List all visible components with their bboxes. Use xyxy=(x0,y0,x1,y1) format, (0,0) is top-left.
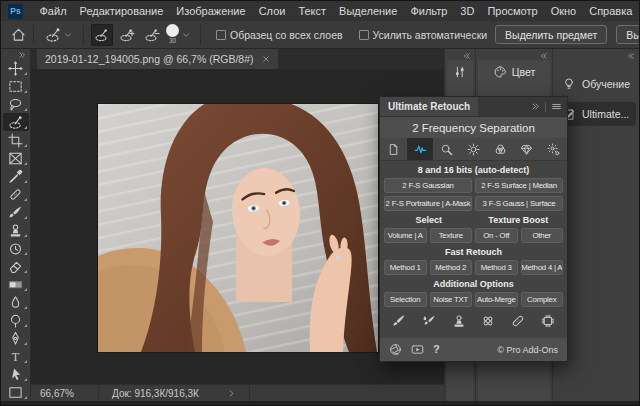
brush-icon[interactable] xyxy=(392,314,406,328)
menu-окно[interactable]: Окно xyxy=(544,1,583,21)
patch-icon[interactable] xyxy=(511,314,525,328)
2-f-s-surface-median-button[interactable]: 2 F-S Surface | Median xyxy=(475,178,563,193)
menu-изображение[interactable]: Изображение xyxy=(170,1,252,21)
panel-tab[interactable]: Ultimate Retouch xyxy=(380,97,478,116)
tool-crop[interactable] xyxy=(3,131,29,149)
select-subject-button[interactable]: Выделить предмет xyxy=(495,25,607,44)
document-tab[interactable]: 2019-01-12_194005.png @ 66,7% (RGB/8#) xyxy=(37,49,278,69)
tab-properties[interactable] xyxy=(447,60,473,84)
method-1-button[interactable]: Method 1 xyxy=(384,260,427,275)
expand-tools-icon[interactable] xyxy=(18,49,30,59)
tool-dodge[interactable] xyxy=(3,311,29,329)
tool-gradient[interactable] xyxy=(3,275,29,293)
mixer-brush-icon[interactable] xyxy=(422,314,436,328)
collapse-dock-icon[interactable] xyxy=(445,49,475,60)
panel-tab-brightness[interactable] xyxy=(460,138,487,160)
3-f-s-gauss-surface-button[interactable]: 3 F-S Gauss | Surface xyxy=(475,196,563,211)
texture-chip-icon[interactable] xyxy=(541,314,555,328)
volume-a-button[interactable]: Volume | A xyxy=(384,228,427,243)
stamp-icon[interactable] xyxy=(452,314,466,328)
collapse-dock-icon[interactable] xyxy=(476,49,552,60)
menu-3d[interactable]: 3D xyxy=(454,1,481,21)
window-frame-bottom xyxy=(1,401,639,405)
document-size-info[interactable]: Док: 916,3К/916,3К xyxy=(98,385,250,401)
video-icon[interactable] xyxy=(411,343,424,356)
tool-flyout-indicator xyxy=(24,198,27,201)
home-icon[interactable] xyxy=(11,27,26,42)
dock-item-learn[interactable]: Обучение xyxy=(556,72,636,96)
menu-файл[interactable]: Файл xyxy=(33,1,73,21)
sample-all-layers-checkbox[interactable]: Образец со всех слоев xyxy=(216,29,343,41)
tab-color[interactable]: Цвет xyxy=(478,60,550,84)
healing-icon[interactable] xyxy=(481,314,495,328)
help-icon[interactable]: ? xyxy=(433,344,440,355)
document-size-text: Док: 916,3К/916,3К xyxy=(112,388,199,399)
tool-flyout-indicator xyxy=(24,270,27,273)
menu-редактирование[interactable]: Редактирование xyxy=(73,1,170,21)
tool-eraser[interactable] xyxy=(3,257,29,275)
panel-tab-channels[interactable] xyxy=(487,138,514,160)
panel-tab-document[interactable] xyxy=(380,138,407,160)
menu-слои[interactable]: Слои xyxy=(252,1,292,21)
tool-frame[interactable] xyxy=(3,149,29,167)
collapse-panel-icon[interactable] xyxy=(531,102,540,111)
2-f-s-portraiture-a-mask-button[interactable]: 2 F-S Portraiture | A-Mask xyxy=(384,196,472,211)
tool-pen[interactable] xyxy=(3,329,29,347)
menu-справка[interactable]: Справка xyxy=(583,1,639,21)
method-3-button[interactable]: Method 3 xyxy=(475,260,518,275)
auto-merge-button[interactable]: Auto-Merge xyxy=(475,292,518,307)
shutter-icon[interactable] xyxy=(389,343,402,356)
tool-history-brush[interactable] xyxy=(3,239,29,257)
tool-healing-brush[interactable] xyxy=(3,185,29,203)
tool-flyout-indicator xyxy=(24,252,27,255)
tool-rectangle[interactable] xyxy=(3,383,29,401)
other-button[interactable]: Other xyxy=(521,228,564,243)
tool-preset-picker[interactable] xyxy=(41,25,76,45)
zoom-level-field[interactable]: 66,67% xyxy=(40,388,84,399)
tool-move[interactable] xyxy=(3,59,29,77)
tool-eyedropper[interactable] xyxy=(3,167,29,185)
document-tab-bar: 2019-01-12_194005.png @ 66,7% (RGB/8#) xyxy=(31,49,444,69)
panel-tab-diamond[interactable] xyxy=(514,138,541,160)
tool-clone-stamp[interactable] xyxy=(3,221,29,239)
quick-selection-tool-icon xyxy=(45,27,61,43)
brightness-icon xyxy=(467,143,480,156)
noise-txt-button[interactable]: Noise TXT xyxy=(430,292,473,307)
tool-path-select[interactable] xyxy=(3,365,29,383)
tool-blur[interactable] xyxy=(3,293,29,311)
subtract-from-selection-icon[interactable] xyxy=(141,24,163,46)
tool-lasso[interactable] xyxy=(3,95,29,113)
auto-enhance-checkbox[interactable]: Усилить автоматически xyxy=(359,29,488,41)
panel-tab-frequency[interactable] xyxy=(407,138,434,160)
collapse-dock-icon[interactable] xyxy=(553,49,639,60)
panel-menu-icon[interactable] xyxy=(551,101,562,112)
tool-quick-selection[interactable] xyxy=(3,113,29,131)
selection-button[interactable]: Selection xyxy=(384,292,427,307)
menu-фильтр[interactable]: Фильтр xyxy=(404,1,454,21)
status-popup-icon[interactable] xyxy=(227,389,236,398)
panel-tab-settings[interactable] xyxy=(540,138,567,160)
panel-tab-zoom[interactable] xyxy=(433,138,460,160)
tool-marquee[interactable] xyxy=(3,77,29,95)
tool-type[interactable]: T xyxy=(3,347,29,365)
menu-просмотр[interactable]: Просмотр xyxy=(481,1,544,21)
menu-текст[interactable]: Текст xyxy=(292,1,333,21)
tool-strip: T xyxy=(1,49,31,401)
brush-size-value: 30 xyxy=(169,38,176,45)
method-4-a-button[interactable]: Method 4 | A xyxy=(521,260,564,275)
select-and-mask-button[interactable]: Выделение и маска... xyxy=(616,25,640,44)
frequency-icon xyxy=(414,143,427,156)
new-selection-icon[interactable] xyxy=(91,24,113,46)
menu-выделение[interactable]: Выделение xyxy=(333,1,404,21)
add-to-selection-icon[interactable] xyxy=(116,24,138,46)
close-tab-icon[interactable] xyxy=(262,55,270,63)
svg-text:T: T xyxy=(12,350,20,364)
method-2-button[interactable]: Method 2 xyxy=(430,260,473,275)
tool-brush[interactable] xyxy=(3,203,29,221)
frequency-separation-buttons: 2 F-S Gaussian2 F-S Surface | Median2 F-… xyxy=(384,178,563,211)
brush-size-picker[interactable]: 30 xyxy=(166,24,190,45)
texture-button[interactable]: Texture xyxy=(430,228,473,243)
2-f-s-gaussian-button[interactable]: 2 F-S Gaussian xyxy=(384,178,472,193)
complex-button[interactable]: Complex xyxy=(521,292,564,307)
on-off-button[interactable]: On - Off xyxy=(475,228,518,243)
